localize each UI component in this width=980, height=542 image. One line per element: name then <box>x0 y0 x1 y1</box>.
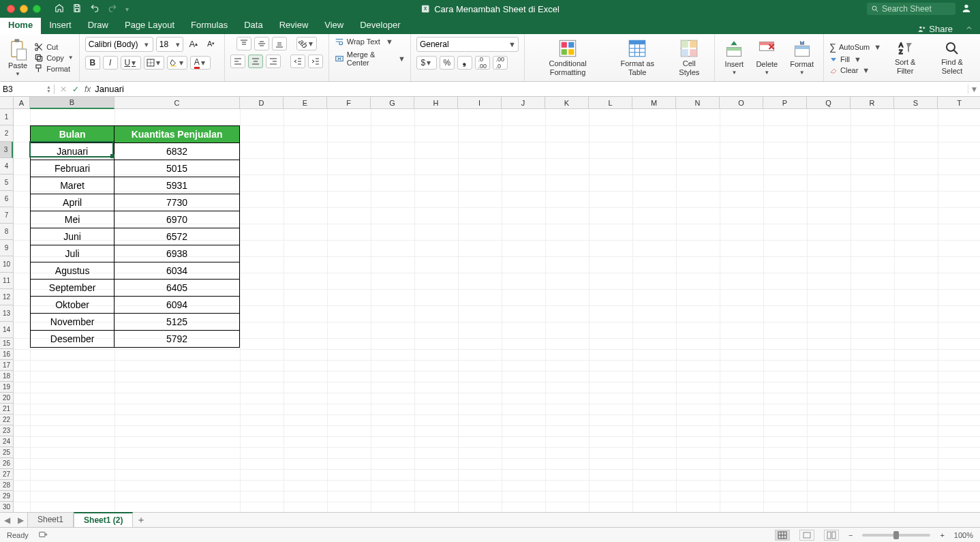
autosum-button[interactable]: ∑AutoSum▼ <box>829 42 881 52</box>
italic-button[interactable]: I <box>103 56 118 70</box>
row-header[interactable]: 19 <box>0 382 13 393</box>
merge-center-button[interactable]: Merge & Center▼ <box>335 50 405 67</box>
table-cell[interactable]: 6572 <box>114 228 239 245</box>
decrease-indent-button[interactable] <box>290 55 305 68</box>
share-button[interactable]: Share <box>912 24 958 34</box>
row-header[interactable]: 10 <box>0 256 13 273</box>
fill-color-button[interactable]: ▾ <box>167 56 187 70</box>
insert-cells-button[interactable]: Insert ▼ <box>720 40 748 76</box>
redo-icon[interactable] <box>108 3 117 15</box>
font-size-combo[interactable]: ▾ <box>156 37 183 52</box>
cancel-formula-icon[interactable]: ✕ <box>60 85 67 94</box>
row-header[interactable]: 5 <box>0 175 13 191</box>
column-header[interactable]: C <box>114 97 240 108</box>
row-header[interactable]: 3 <box>0 142 13 158</box>
ribbon-tab-review[interactable]: Review <box>271 17 317 34</box>
row-header[interactable]: 22 <box>0 415 13 425</box>
macro-record-icon[interactable] <box>38 530 48 541</box>
row-header[interactable]: 11 <box>0 273 13 289</box>
row-header[interactable]: 30 <box>0 502 13 512</box>
column-header[interactable]: T <box>938 97 980 108</box>
zoom-in-button[interactable]: + <box>940 531 944 539</box>
increase-decimal-button[interactable]: .0.00 <box>475 56 490 70</box>
fx-icon[interactable]: fx <box>85 85 91 94</box>
save-icon[interactable] <box>72 3 82 15</box>
align-middle-button[interactable] <box>254 37 269 50</box>
table-cell[interactable]: Desember <box>31 331 114 347</box>
table-header-cell[interactable]: Kuantitas Penjualan <box>114 126 239 142</box>
row-header[interactable]: 25 <box>0 447 13 458</box>
ribbon-tab-data[interactable]: Data <box>236 17 271 34</box>
format-cells-button[interactable]: Format ▼ <box>786 40 818 76</box>
ribbon-tab-draw[interactable]: Draw <box>80 17 117 34</box>
zoom-level[interactable]: 100% <box>954 531 973 539</box>
column-header[interactable]: S <box>894 97 938 108</box>
table-header-cell[interactable]: Bulan <box>31 126 114 142</box>
ribbon-tab-formulas[interactable]: Formulas <box>183 17 236 34</box>
name-box[interactable]: ▲▼ <box>0 85 55 94</box>
row-header[interactable]: 27 <box>0 469 13 480</box>
font-name-input[interactable] <box>89 40 141 49</box>
table-cell[interactable]: Mei <box>31 211 114 228</box>
table-cell[interactable]: 6405 <box>114 280 239 296</box>
underline-button[interactable]: U ▾ <box>121 56 141 70</box>
increase-indent-button[interactable] <box>308 55 323 68</box>
table-cell[interactable]: 7730 <box>114 194 239 211</box>
fill-button[interactable]: Fill▼ <box>829 55 881 63</box>
align-top-button[interactable] <box>236 37 251 50</box>
table-cell[interactable]: Februari <box>31 160 114 177</box>
currency-button[interactable]: $▾ <box>416 56 437 70</box>
sort-filter-button[interactable]: AZ Sort & Filter <box>885 40 925 74</box>
table-cell[interactable]: 5125 <box>114 314 239 330</box>
name-box-input[interactable] <box>3 85 37 94</box>
ribbon-tab-page-layout[interactable]: Page Layout <box>117 17 183 34</box>
bold-button[interactable]: B <box>85 56 100 70</box>
copy-button[interactable]: Copy▼ <box>34 53 74 63</box>
table-cell[interactable]: Oktober <box>31 297 114 313</box>
column-header[interactable]: G <box>371 97 414 108</box>
column-header[interactable]: J <box>502 97 545 108</box>
column-header[interactable]: N <box>676 97 720 108</box>
table-cell[interactable]: 6970 <box>114 211 239 228</box>
row-header[interactable]: 17 <box>0 360 13 371</box>
row-header[interactable]: 21 <box>0 404 13 415</box>
table-cell[interactable]: September <box>31 280 114 296</box>
row-header[interactable]: 16 <box>0 349 13 360</box>
column-header[interactable]: A <box>14 97 30 108</box>
format-painter-button[interactable]: Format <box>34 64 74 74</box>
font-color-button[interactable]: A▾ <box>190 56 211 70</box>
row-header[interactable]: 2 <box>0 125 13 142</box>
table-cell[interactable]: 6094 <box>114 297 239 313</box>
align-center-button[interactable] <box>248 55 263 68</box>
zoom-out-button[interactable]: − <box>848 531 853 539</box>
number-format-combo[interactable]: ▼ <box>416 37 519 52</box>
window-minimize-button[interactable] <box>20 5 28 13</box>
sheet-nav-next-icon[interactable]: ▶ <box>14 515 27 525</box>
expand-formula-bar-icon[interactable]: ▼ <box>968 85 980 94</box>
percent-button[interactable]: % <box>440 56 455 70</box>
undo-icon[interactable] <box>90 3 99 15</box>
borders-button[interactable]: ▾ <box>144 56 164 70</box>
column-header[interactable]: L <box>589 97 632 108</box>
conditional-formatting-button[interactable]: Conditional Formatting <box>530 39 605 76</box>
clear-button[interactable]: Clear▼ <box>829 66 881 74</box>
search-sheet-input[interactable] <box>882 4 951 14</box>
find-select-button[interactable]: Find & Select <box>930 40 975 74</box>
row-header[interactable]: 20 <box>0 393 13 404</box>
table-cell[interactable]: 5015 <box>114 160 239 177</box>
table-cell[interactable]: 6938 <box>114 245 239 262</box>
align-left-button[interactable] <box>230 55 245 68</box>
row-header[interactable]: 29 <box>0 491 13 502</box>
page-layout-view-button[interactable] <box>799 530 814 541</box>
column-header[interactable]: F <box>327 97 371 108</box>
decrease-decimal-button[interactable]: .00.0 <box>493 56 508 70</box>
cell-styles-button[interactable]: Cell Styles <box>669 39 709 76</box>
add-sheet-button[interactable]: ＋ <box>133 514 149 526</box>
user-icon[interactable] <box>961 3 972 16</box>
table-cell[interactable]: April <box>31 194 114 211</box>
delete-cells-button[interactable]: Delete ▼ <box>752 40 782 76</box>
align-right-button[interactable] <box>266 55 281 68</box>
sheet-nav-prev-icon[interactable]: ◀ <box>0 515 14 525</box>
ribbon-tab-home[interactable]: Home <box>0 17 41 34</box>
row-header[interactable]: 6 <box>0 191 13 207</box>
